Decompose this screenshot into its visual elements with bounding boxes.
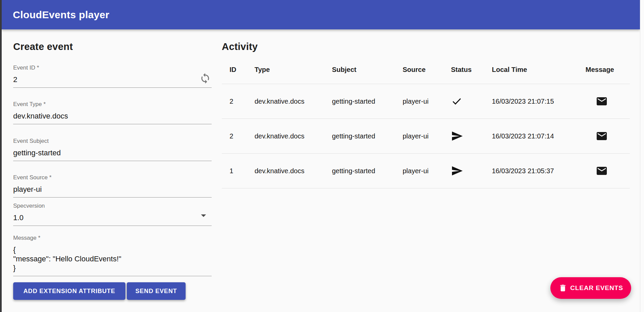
event-type-input[interactable]: dev.knative.docs bbox=[13, 111, 212, 121]
cell-id: 2 bbox=[222, 98, 255, 105]
event-type-label: Event Type * bbox=[13, 101, 212, 108]
cell-subject: getting-started bbox=[332, 132, 403, 140]
message-input[interactable]: { "message": "Hello CloudEvents!" } bbox=[13, 245, 212, 272]
event-id-input[interactable]: 2 bbox=[13, 75, 212, 84]
send-event-button[interactable]: SEND EVENT bbox=[127, 282, 186, 300]
event-source-label: Event Source * bbox=[13, 174, 212, 181]
table-row: 1 dev.knative.docs getting-started playe… bbox=[222, 154, 630, 188]
check-icon bbox=[451, 96, 492, 107]
cell-id: 1 bbox=[222, 167, 255, 175]
clear-events-button[interactable]: CLEAR EVENTS bbox=[550, 277, 631, 299]
cell-source: player-ui bbox=[403, 167, 451, 175]
email-icon[interactable] bbox=[596, 165, 608, 177]
cell-type: dev.knative.docs bbox=[255, 167, 332, 175]
specversion-field: Specversion 1.0 bbox=[13, 202, 212, 226]
cell-type: dev.knative.docs bbox=[255, 98, 332, 105]
column-header-status: Status bbox=[451, 66, 492, 74]
cell-status bbox=[451, 96, 492, 107]
table-row: 2 dev.knative.docs getting-started playe… bbox=[222, 84, 630, 119]
event-type-field: Event Type * dev.knative.docs bbox=[13, 101, 212, 124]
message-field: Message * { "message": "Hello CloudEvent… bbox=[13, 234, 212, 276]
cell-status bbox=[451, 165, 492, 177]
event-source-input[interactable]: player-ui bbox=[13, 185, 212, 194]
column-header-local-time: Local Time bbox=[492, 66, 586, 74]
create-event-heading: Create event bbox=[13, 41, 73, 52]
table-row: 2 dev.knative.docs getting-started playe… bbox=[222, 119, 630, 154]
add-extension-attribute-button[interactable]: ADD EXTENSION ATTRIBUTE bbox=[13, 282, 125, 300]
specversion-select[interactable]: 1.0 bbox=[13, 213, 212, 222]
message-label: Message * bbox=[13, 234, 212, 241]
send-icon bbox=[451, 130, 492, 142]
cell-id: 2 bbox=[222, 132, 255, 140]
scrollbar-track[interactable] bbox=[640, 0, 644, 312]
app-title: CloudEvents player bbox=[13, 9, 109, 21]
refresh-icon[interactable] bbox=[199, 73, 211, 84]
cell-message bbox=[586, 165, 630, 177]
column-header-type: Type bbox=[255, 66, 332, 74]
cell-source: player-ui bbox=[403, 98, 451, 105]
form-button-row: ADD EXTENSION ATTRIBUTE SEND EVENT bbox=[13, 282, 186, 300]
event-id-label: Event ID * bbox=[13, 64, 212, 71]
cell-local-time: 16/03/2023 21:05:37 bbox=[492, 167, 586, 175]
cell-message bbox=[586, 95, 630, 107]
event-subject-input[interactable]: getting-started bbox=[13, 148, 212, 157]
column-header-source: Source bbox=[403, 66, 451, 74]
email-icon[interactable] bbox=[596, 130, 608, 142]
column-header-id: ID bbox=[222, 66, 255, 74]
activity-panel: Activity ID Type Subject Source Status L… bbox=[222, 41, 630, 230]
specversion-label: Specversion bbox=[13, 202, 212, 209]
cell-subject: getting-started bbox=[332, 98, 403, 105]
create-event-panel: Create event Event ID * 2 Event Type * d… bbox=[13, 41, 212, 307]
email-icon[interactable] bbox=[596, 95, 608, 107]
event-source-field: Event Source * player-ui bbox=[13, 174, 212, 198]
cell-type: dev.knative.docs bbox=[255, 132, 332, 140]
cell-local-time: 16/03/2023 21:07:14 bbox=[492, 132, 586, 140]
activity-table: ID Type Subject Source Status Local Time… bbox=[222, 56, 630, 188]
trash-icon bbox=[558, 284, 567, 292]
event-id-field: Event ID * 2 bbox=[13, 64, 212, 88]
table-header-row: ID Type Subject Source Status Local Time… bbox=[222, 56, 630, 84]
activity-heading: Activity bbox=[222, 41, 258, 52]
arrow-drop-down-icon[interactable] bbox=[197, 209, 210, 222]
column-header-message: Message bbox=[586, 66, 630, 74]
clear-events-label: CLEAR EVENTS bbox=[570, 284, 623, 292]
window-left-edge bbox=[0, 0, 2, 312]
column-header-subject: Subject bbox=[332, 66, 403, 74]
cell-source: player-ui bbox=[403, 132, 451, 140]
cell-status bbox=[451, 130, 492, 142]
app-header: CloudEvents player bbox=[2, 0, 640, 29]
cell-message bbox=[586, 130, 630, 142]
cell-local-time: 16/03/2023 21:07:15 bbox=[492, 98, 586, 105]
event-subject-field: Event Subject getting-started bbox=[13, 137, 212, 161]
send-icon bbox=[451, 165, 492, 177]
cell-subject: getting-started bbox=[332, 167, 403, 175]
event-subject-label: Event Subject bbox=[13, 137, 212, 145]
